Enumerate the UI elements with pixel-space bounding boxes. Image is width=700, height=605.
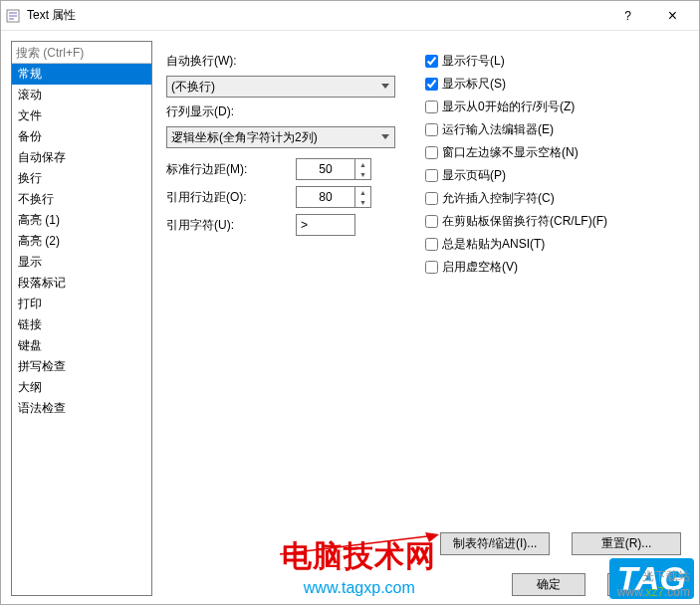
checkbox-row[interactable]: 显示行号(L)	[425, 53, 607, 70]
sidebar-item[interactable]: 高亮 (1)	[12, 210, 151, 231]
reset-button[interactable]: 重置(R)...	[572, 532, 681, 555]
spin-up-icon: ▲	[355, 159, 370, 169]
autowrap-label: 自动换行(W):	[166, 53, 276, 70]
checkbox-row[interactable]: 启用虚空格(V)	[425, 259, 607, 276]
spinner-buttons[interactable]: ▲▼	[355, 158, 371, 180]
checkbox-input[interactable]	[425, 169, 438, 182]
checkbox-input[interactable]	[425, 146, 438, 159]
checkbox-label: 显示页码(P)	[442, 167, 506, 184]
dialog-body: 常规滚动文件备份自动保存换行不换行高亮 (1)高亮 (2)显示段落标记打印链接键…	[1, 31, 699, 604]
sidebar-item[interactable]: 自动保存	[12, 147, 151, 168]
checkbox-label: 启用虚空格(V)	[442, 259, 518, 276]
sidebar-item[interactable]: 不换行	[12, 189, 151, 210]
spin-down-icon: ▼	[355, 197, 370, 207]
spin-down-icon: ▼	[355, 169, 370, 179]
sidebar-item[interactable]: 滚动	[12, 85, 151, 105]
checkbox-row[interactable]: 显示标尺(S)	[425, 76, 607, 93]
quote-char-label: 引用字符(U):	[166, 217, 296, 234]
rowcol-select[interactable]: 逻辑坐标(全角字符计为2列)	[166, 126, 395, 148]
sidebar-item[interactable]: 键盘	[12, 335, 151, 356]
sidebar-item[interactable]: 打印	[12, 294, 151, 314]
checkbox-input[interactable]	[425, 78, 438, 91]
checkbox-input[interactable]	[425, 101, 438, 113]
close-button[interactable]: ×	[650, 1, 695, 31]
sidebar-item[interactable]: 备份	[12, 126, 151, 147]
checkbox-input[interactable]	[425, 261, 438, 274]
footer: 制表符/缩进(I)... 重置(R)... 确定 取消	[440, 532, 681, 596]
rowcol-label: 行列显示(D):	[166, 103, 276, 120]
checkbox-row[interactable]: 总是粘贴为ANSI(T)	[425, 236, 607, 253]
sidebar-item[interactable]: 换行	[12, 168, 151, 189]
spin-up-icon: ▲	[355, 187, 370, 197]
checkbox-row[interactable]: 显示页码(P)	[425, 167, 607, 184]
checkbox-input[interactable]	[425, 238, 438, 251]
checkbox-row[interactable]: 在剪贴板保留换行符(CR/LF)(F)	[425, 213, 607, 230]
quote-margin-stepper[interactable]: ▲▼	[296, 186, 371, 208]
help-button[interactable]: ?	[605, 1, 650, 31]
settings-panel: 自动换行(W): (不换行) 行列显示(D): 逻辑坐标(全角字符计为2列) 标…	[166, 41, 689, 596]
cancel-button[interactable]: 取消	[607, 573, 681, 596]
ok-button[interactable]: 确定	[512, 573, 585, 596]
quote-char-input[interactable]	[296, 214, 355, 236]
spinner-buttons[interactable]: ▲▼	[355, 186, 371, 208]
tabs-indent-button[interactable]: 制表符/缩进(I)...	[440, 532, 550, 555]
checkbox-row[interactable]: 允许插入控制字符(C)	[425, 190, 607, 207]
sidebar-item[interactable]: 拼写检查	[12, 356, 151, 377]
sidebar-item[interactable]: 高亮 (2)	[12, 231, 151, 252]
checkbox-input[interactable]	[425, 123, 438, 136]
autowrap-select[interactable]: (不换行)	[166, 76, 395, 98]
rowcol-value: 逻辑坐标(全角字符计为2列)	[166, 126, 395, 148]
titlebar: Text 属性 ? ×	[1, 1, 699, 31]
sidebar-item[interactable]: 大纲	[12, 377, 151, 398]
normal-margin-stepper[interactable]: ▲▼	[296, 158, 371, 180]
category-list[interactable]: 常规滚动文件备份自动保存换行不换行高亮 (1)高亮 (2)显示段落标记打印链接键…	[12, 64, 151, 595]
checkbox-row[interactable]: 显示从0开始的行/列号(Z)	[425, 99, 607, 115]
sidebar-item[interactable]: 链接	[12, 314, 151, 335]
normal-margin-label: 标准行边距(M):	[166, 161, 296, 178]
checkbox-label: 显示标尺(S)	[442, 76, 506, 93]
checkbox-row[interactable]: 运行输入法编辑器(E)	[425, 121, 607, 138]
checkbox-input[interactable]	[425, 192, 438, 205]
autowrap-value: (不换行)	[166, 76, 395, 98]
sidebar-item[interactable]: 常规	[12, 64, 151, 85]
quote-margin-input[interactable]	[296, 186, 355, 208]
checkbox-group: 显示行号(L)显示标尺(S)显示从0开始的行/列号(Z)运行输入法编辑器(E)窗…	[425, 53, 607, 276]
checkbox-label: 显示行号(L)	[442, 53, 505, 70]
checkbox-label: 显示从0开始的行/列号(Z)	[442, 99, 575, 115]
checkbox-input[interactable]	[425, 55, 438, 68]
search-input[interactable]	[12, 42, 151, 63]
sidebar-item[interactable]: 文件	[12, 105, 151, 126]
checkbox-input[interactable]	[425, 215, 438, 228]
quote-margin-label: 引用行边距(O):	[166, 189, 296, 206]
search-box	[12, 42, 151, 64]
checkbox-label: 运行输入法编辑器(E)	[442, 121, 554, 138]
checkbox-label: 总是粘贴为ANSI(T)	[442, 236, 545, 253]
dialog-window: Text 属性 ? × 常规滚动文件备份自动保存换行不换行高亮 (1)高亮 (2…	[0, 0, 700, 605]
sidebar-item[interactable]: 段落标记	[12, 273, 151, 294]
sidebar: 常规滚动文件备份自动保存换行不换行高亮 (1)高亮 (2)显示段落标记打印链接键…	[11, 41, 152, 596]
app-icon	[5, 8, 21, 24]
checkbox-row[interactable]: 窗口左边缘不显示空格(N)	[425, 144, 607, 161]
normal-margin-input[interactable]	[296, 158, 355, 180]
sidebar-item[interactable]: 显示	[12, 252, 151, 273]
checkbox-label: 允许插入控制字符(C)	[442, 190, 555, 207]
window-title: Text 属性	[27, 7, 605, 24]
checkbox-label: 窗口左边缘不显示空格(N)	[442, 144, 579, 161]
sidebar-item[interactable]: 语法检查	[12, 398, 151, 419]
checkbox-label: 在剪贴板保留换行符(CR/LF)(F)	[442, 213, 607, 230]
